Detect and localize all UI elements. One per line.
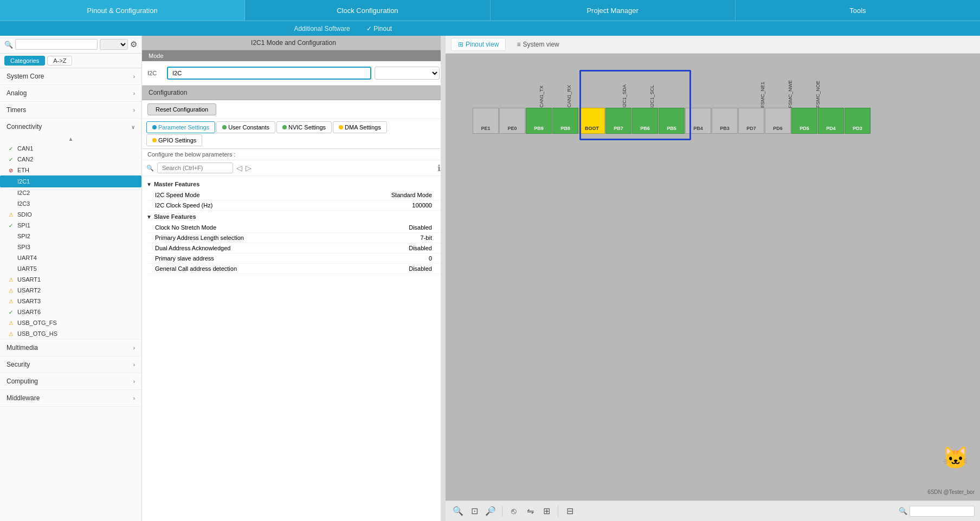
master-features-header[interactable]: ▼ Master Features [146, 178, 441, 190]
sidebar-section-header-connectivity[interactable]: Connectivity ∨ [0, 119, 141, 135]
pin-pb7[interactable]: PB7 [605, 108, 631, 134]
sidebar-section-header-multimedia[interactable]: Multimedia › [0, 340, 141, 356]
pin-pd6[interactable]: PD6 [765, 108, 791, 134]
sidebar-item-i2c2[interactable]: I2C2 [0, 187, 141, 198]
slave-features-header[interactable]: ▼ Slave Features [146, 211, 441, 223]
sidebar-item-usart2[interactable]: ⚠ USART2 [0, 285, 141, 296]
sidebar-item-spi1[interactable]: ✓ SPI1 [0, 220, 141, 231]
sidebar-item-usb-fs[interactable]: ⚠ USB_OTG_FS [0, 317, 141, 328]
tab-az[interactable]: A->Z [47, 56, 72, 66]
sidebar-item-i2c3[interactable]: I2C3 [0, 198, 141, 209]
nav-next-icon[interactable]: ▷ [246, 164, 252, 172]
toolbar-search-row: 🔍 [899, 506, 975, 517]
sidebar-item-eth[interactable]: ⊘ ETH [0, 165, 141, 175]
tab-pinout-view[interactable]: ⊞ Pinout view [451, 38, 506, 51]
pin-pd4[interactable]: PD4 [818, 108, 844, 134]
collapse-arrow[interactable]: ▲ [0, 135, 141, 143]
sidebar-item-uart4[interactable]: UART4 [0, 252, 141, 263]
pin-pd3[interactable]: PD3 [844, 108, 871, 134]
sidebar-item-usart3[interactable]: ⚠ USART3 [0, 296, 141, 307]
sidebar-section-header-computing[interactable]: Computing › [0, 373, 141, 389]
search-input[interactable] [15, 39, 98, 50]
rotate-button[interactable]: ⎋ [507, 504, 521, 518]
tab-categories[interactable]: Categories [4, 56, 45, 66]
label-fsmc-noe: FSMC_NOE [804, 64, 831, 108]
params-search-input[interactable] [157, 162, 233, 173]
pin-pe1[interactable]: PE1 [473, 108, 499, 134]
zoom-out-button[interactable]: 🔎 [483, 504, 498, 518]
tab-nvic-settings[interactable]: NVIC Settings [276, 121, 332, 133]
sidebar-section-connectivity: Connectivity ∨ ▲ ✓ CAN1 ✓ CAN2 ⊘ ETH [0, 119, 141, 340]
warn-icon-sdio: ⚠ [9, 212, 15, 218]
tab-parameter-settings[interactable]: Parameter Settings [146, 121, 215, 133]
bottom-toolbar: 🔍 ⊡ 🔎 ⎋ ⇋ ⊞ ⊟ 🔍 [446, 500, 980, 521]
zoom-in-button[interactable]: 🔍 [451, 504, 465, 518]
param-value-addr-len: 7-bit [421, 235, 432, 241]
mascot: 🐱 [942, 445, 969, 471]
reset-config-button[interactable]: Reset Configuration [147, 103, 216, 115]
mode-select[interactable] [375, 67, 440, 80]
dot-gpio [152, 138, 157, 142]
sidebar-section-header-security[interactable]: Security › [0, 356, 141, 373]
pin-pd7[interactable]: PD7 [738, 108, 764, 134]
pin-pd5[interactable]: PD5 [791, 108, 817, 134]
watermark: 6SDN @Tester_bor [927, 489, 975, 495]
tab-dma-settings[interactable]: DMA Settings [333, 121, 387, 133]
sidebar-section-header-systemcore[interactable]: System Core › [0, 68, 141, 84]
sidebar-item-sdio[interactable]: ⚠ SDIO [0, 209, 141, 220]
grid-button[interactable]: ⊞ [539, 504, 553, 518]
sidebar-section-computing: Computing › [0, 373, 141, 390]
nav-pinout[interactable]: Pinout & Configuration [0, 0, 245, 21]
toolbar-search-input[interactable] [910, 506, 975, 517]
params-content: ▼ Master Features I2C Speed Mode Standar… [142, 176, 445, 521]
param-row-primary-addr: Primary slave address 0 [146, 253, 441, 264]
sidebar-section-header-middleware[interactable]: Middleware › [0, 390, 141, 406]
tab-system-view[interactable]: ≡ System view [510, 38, 565, 50]
export-button[interactable]: ⊟ [563, 504, 577, 518]
pin-pe0[interactable]: PE0 [499, 108, 525, 134]
param-value-speed-mode: Standard Mode [391, 192, 432, 198]
pin-boot[interactable]: BOOT [579, 108, 605, 134]
gear-icon[interactable]: ⚙ [130, 40, 137, 49]
sidebar-item-spi3[interactable]: SPI3 [0, 242, 141, 252]
sidebar-item-can2[interactable]: ✓ CAN2 [0, 154, 141, 165]
sidebar-item-uart5[interactable]: UART5 [0, 263, 141, 274]
sidebar-item-usart1[interactable]: ⚠ USART1 [0, 274, 141, 285]
pin-pb4[interactable]: PB4 [685, 108, 711, 134]
sidebar-content: System Core › Analog › Timers › [0, 68, 141, 521]
mode-input[interactable] [167, 67, 371, 80]
pin-pb9[interactable]: PB9 [526, 108, 552, 134]
param-value-nostretch: Disabled [409, 224, 432, 231]
param-value-general-call: Disabled [409, 265, 432, 272]
sub-nav-software[interactable]: Additional Software [294, 25, 350, 32]
nav-clock[interactable]: Clock Configuration [245, 0, 490, 21]
collapse-icon-slave: ▼ [146, 214, 152, 220]
sidebar-item-i2c1[interactable]: I2C1 [0, 175, 141, 187]
config-section: Configuration Reset Configuration Parame… [142, 86, 445, 521]
check-icon-can2: ✓ [9, 157, 15, 162]
search-select[interactable] [100, 39, 128, 50]
sidebar-section-security: Security › [0, 356, 141, 373]
sidebar-item-usb-hs[interactable]: ⚠ USB_OTG_HS [0, 328, 141, 339]
pin-pb6[interactable]: PB6 [632, 108, 658, 134]
center-scrollbar[interactable] [441, 36, 445, 521]
fit-button[interactable]: ⊡ [467, 504, 481, 518]
sidebar-section-header-timers[interactable]: Timers › [0, 102, 141, 118]
nav-prev-icon[interactable]: ◁ [236, 164, 242, 172]
tab-gpio-settings[interactable]: GPIO Settings [146, 134, 202, 146]
warn-icon-usart1: ⚠ [9, 277, 15, 283]
sidebar-item-usart6[interactable]: ✓ USART6 [0, 307, 141, 317]
slave-features-group: ▼ Slave Features Clock No Stretch Mode D… [146, 211, 441, 274]
sidebar-item-can1[interactable]: ✓ CAN1 [0, 143, 141, 154]
nav-project[interactable]: Project Manager [491, 0, 736, 21]
sidebar-item-spi2[interactable]: SPI2 [0, 231, 141, 242]
label-can1-tx: CAN1_TX [528, 64, 555, 108]
nav-tools[interactable]: Tools [736, 0, 980, 21]
sidebar-section-header-analog[interactable]: Analog › [0, 85, 141, 101]
pin-pb5[interactable]: PB5 [659, 108, 685, 134]
pin-pb8[interactable]: PB8 [552, 108, 578, 134]
sub-nav-pinout[interactable]: ✓ Pinout [366, 25, 392, 32]
flip-button[interactable]: ⇋ [523, 504, 537, 518]
pin-pb3[interactable]: PB3 [712, 108, 738, 134]
tab-user-constants[interactable]: User Constants [216, 121, 275, 133]
